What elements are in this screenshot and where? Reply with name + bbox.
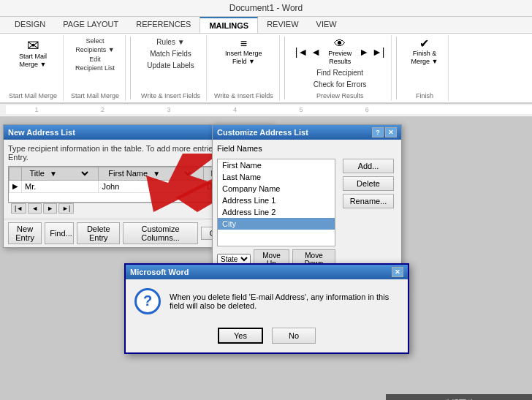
nal-nav-first[interactable]: |◄ (11, 203, 26, 214)
cal-body: Field Names First Name Last Name Company… (213, 140, 401, 274)
nal-col-title: Title ▼ (22, 167, 99, 180)
tab-review[interactable]: REVIEW (258, 17, 307, 33)
start-mail-merge-icon: ✉ (27, 38, 39, 53)
divider2 (284, 37, 285, 99)
preview-results-icon: 👁 (334, 38, 346, 50)
cal-close-btn[interactable]: ✕ (385, 127, 397, 137)
ribbon-group-start-mail-merge: ✉ Start MailMerge ▼ Start Mail Merge (3, 35, 64, 101)
match-fields-btn[interactable]: Match Fields (147, 48, 194, 60)
start-mail-merge-label: Start Mail Merge (9, 91, 57, 99)
cal-action-buttons: Add... Delete Rename... (340, 156, 397, 270)
main-area: New Address List _ □ ✕ Type recipient in… (0, 117, 532, 400)
mw-question-icon: ? (134, 288, 161, 314)
nav-next-btn[interactable]: ► (359, 46, 369, 58)
cal-content: First Name Last Name Company Name Addres… (217, 156, 397, 270)
delete-entry-btn[interactable]: Delete Entry (77, 222, 120, 244)
list-item[interactable]: Address Line 2 (218, 206, 335, 218)
nal-cell-title[interactable]: Mr. (22, 180, 99, 192)
tab-mailings[interactable]: MAILINGS (200, 17, 258, 33)
divider1 (130, 37, 131, 99)
ruler: 1 2 3 4 5 6 (0, 104, 532, 117)
ribbon-group-preview: |◄ ◄ 👁 PreviewResults ► ►| Find Recipien… (289, 35, 392, 101)
nal-cell-firstname[interactable]: John (99, 180, 204, 192)
mw-title-bar: Microsoft Word ✕ (126, 265, 408, 279)
list-item[interactable]: Company Name (218, 183, 335, 195)
write-insert-label: Write & Insert Fields (141, 91, 200, 99)
ribbon-group-write-insert: Rules ▼ Match Fields Update Labels Write… (135, 35, 207, 101)
ribbon-group-insert-merge: ≡ Insert MergeField ▼ Write & Insert Fie… (208, 35, 280, 101)
cal-rename-btn[interactable]: Rename... (343, 194, 394, 208)
finish-merge-btn[interactable]: ✔ Finish &Merge ▼ (407, 37, 443, 67)
nal-row-selector: ▶ (10, 180, 22, 192)
nal-footer-left: New Entry Find... (8, 222, 74, 244)
preview-results-btn[interactable]: 👁 PreviewResults (324, 37, 356, 67)
nal-col-selector (10, 167, 22, 180)
nav-prev-icon[interactable]: |◄ (295, 46, 308, 58)
preview-results-label: Preview Results (316, 91, 364, 99)
finish-label: Finish (416, 91, 433, 99)
nal-footer-mid: Delete Entry Customize Columns... (77, 222, 198, 244)
ruler-inner: 1 2 3 4 5 6 (6, 105, 532, 114)
mw-yes-btn[interactable]: Yes (218, 328, 263, 344)
nal-nav-prev[interactable]: ◄ (28, 203, 42, 214)
nav-prev-btn[interactable]: ◄ (311, 46, 321, 58)
cal-field-names-label: Field Names (217, 144, 397, 153)
select-recipients-btn[interactable]: SelectRecipients ▼ (72, 37, 117, 55)
mw-body: ? When you delete field 'E-mail Address'… (126, 279, 408, 323)
preview-nav: |◄ ◄ 👁 PreviewResults ► ►| (295, 37, 385, 67)
recipients-label: Start Mail Merge (71, 91, 119, 99)
tab-references[interactable]: REFERENCES (127, 17, 200, 33)
customize-columns-btn[interactable]: Customize Columns... (123, 222, 197, 244)
check-for-errors-btn[interactable]: Check for Errors (311, 79, 370, 91)
nal-title-text: New Address List (8, 128, 75, 137)
divider3 (396, 37, 397, 99)
ribbon-group-recipients: SelectRecipients ▼ EditRecipient List St… (65, 35, 126, 101)
cal-field-list: First Name Last Name Company Name Addres… (217, 159, 335, 246)
nal-title-dropdown[interactable]: ▼ (47, 169, 91, 178)
find-recipient-btn[interactable]: Find Recipient (314, 67, 366, 79)
title-text: Document1 - Word (229, 3, 303, 13)
edit-recipient-list-btn[interactable]: EditRecipient List (72, 55, 118, 73)
cal-delete-btn[interactable]: Delete (343, 176, 394, 191)
watermark: 生活百科 www.bimeiz.com (386, 394, 532, 400)
list-item[interactable]: Last Name (218, 171, 335, 183)
cal-add-btn[interactable]: Add... (343, 159, 394, 173)
nav-next-end-icon[interactable]: ►| (372, 46, 385, 58)
microsoft-word-dialog: Microsoft Word ✕ ? When you delete field… (124, 263, 409, 354)
cal-question-btn[interactable]: ? (372, 127, 384, 137)
nal-col-firstname: First Name ▼ (99, 167, 204, 180)
tab-view[interactable]: VIEW (308, 17, 346, 33)
nal-nav-last[interactable]: ►| (58, 203, 74, 214)
mw-message-text: When you delete field 'E-mail Address', … (170, 293, 399, 310)
mw-close-btn[interactable]: ✕ (392, 267, 403, 277)
mw-no-btn[interactable]: No (272, 328, 316, 344)
list-item-selected[interactable]: City (218, 218, 335, 230)
find-btn[interactable]: Find... (45, 222, 74, 244)
insert-merge-label: Write & Insert Fields (214, 91, 273, 99)
watermark-line1: 生活百科 (392, 397, 526, 400)
mw-title-text: Microsoft Word (130, 268, 189, 276)
new-entry-btn[interactable]: New Entry (8, 222, 42, 244)
title-bar: Document1 - Word (0, 0, 532, 17)
insert-merge-field-btn[interactable]: ≡ Insert MergeField ▼ (221, 37, 267, 67)
ribbon-group-finish: ✔ Finish &Merge ▼ Finish (401, 35, 449, 101)
nal-firstname-dropdown[interactable]: ▼ (150, 169, 194, 178)
cal-title-text: Customize Address List (217, 128, 308, 137)
list-item[interactable]: First Name (218, 159, 335, 171)
ribbon-tabs: DESIGN PAGE LAYOUT REFERENCES MAILINGS R… (0, 17, 532, 34)
ribbon: ✉ Start MailMerge ▼ Start Mail Merge Sel… (0, 34, 532, 104)
cal-title-bar: Customize Address List ? ✕ (213, 125, 401, 140)
start-mail-merge-btn[interactable]: ✉ Start MailMerge ▼ (15, 37, 51, 70)
cal-list-wrapper: First Name Last Name Company Name Addres… (217, 156, 335, 270)
nal-nav-next[interactable]: ► (43, 203, 57, 214)
insert-merge-field-icon: ≡ (240, 38, 247, 50)
finish-merge-icon: ✔ (419, 38, 429, 50)
list-item[interactable]: Address Line 1 (218, 195, 335, 206)
rules-btn[interactable]: Rules ▼ (153, 37, 187, 48)
tab-design[interactable]: DESIGN (6, 17, 54, 33)
tab-page-layout[interactable]: PAGE LAYOUT (54, 17, 127, 33)
update-labels-btn[interactable]: Update Labels (144, 60, 197, 72)
mw-footer: Yes No (126, 323, 408, 352)
cal-title-buttons: ? ✕ (372, 127, 397, 137)
